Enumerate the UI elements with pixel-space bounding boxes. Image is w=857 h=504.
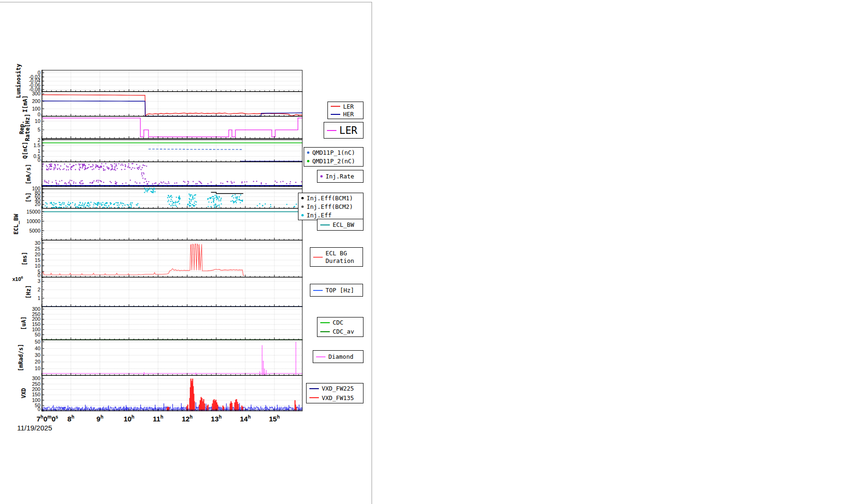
x-tick-label: 7h0m0s xyxy=(37,414,58,423)
legend-row: CDC xyxy=(318,319,362,326)
svg-text:[uA]: [uA] xyxy=(20,317,27,330)
legend-label-top: TOP [Hz] xyxy=(326,287,354,294)
date-label: 11/19/2025 xyxy=(17,424,52,432)
svg-text:2: 2 xyxy=(37,287,40,292)
svg-text:1.5: 1.5 xyxy=(33,142,40,148)
svg-text:10: 10 xyxy=(35,263,40,269)
x-tick-label: 8h xyxy=(67,414,74,423)
svg-text:[Hz]: [Hz] xyxy=(25,285,32,299)
legend-row: VXD_FW135 xyxy=(307,394,362,401)
svg-text:150: 150 xyxy=(32,392,40,397)
legend-vxd: VXD_FW225 VXD_FW135 xyxy=(306,383,363,403)
legend-label-group: ECL BG Duration xyxy=(326,250,354,264)
legend-rep-rate: LER xyxy=(324,122,363,139)
svg-text:[ms]: [ms] xyxy=(21,252,28,266)
legend-diamond: Diamond xyxy=(313,350,363,363)
panel-ecl-bw: 50001000015000ECL_BW xyxy=(13,208,302,240)
svg-text:20: 20 xyxy=(35,252,40,257)
svg-text:10000: 10000 xyxy=(27,218,40,224)
svg-text:x106: x106 xyxy=(12,275,23,282)
legend-ecl-bg: ECL BG Duration xyxy=(310,247,363,267)
svg-text:1: 1 xyxy=(37,295,40,301)
legend-label-qmd2: QMD11P_2(nC) xyxy=(312,158,355,165)
legend-top: TOP [Hz] xyxy=(310,284,363,297)
x-tick-label: 15h xyxy=(269,414,280,423)
legend-row: Inj.Rate xyxy=(318,173,362,180)
svg-text:50: 50 xyxy=(35,332,40,337)
svg-text:50: 50 xyxy=(35,402,40,408)
legend-inj-eff: Inj.Eff(BCM1) Inj.Eff(BCM2) Inj.Eff xyxy=(298,193,363,220)
panel-luminosity: 0-0.02-0.04-0.06-0.08Luminosity xyxy=(15,64,302,98)
svg-text:[mA/s]: [mA/s] xyxy=(25,164,32,184)
svg-text:25: 25 xyxy=(35,246,40,252)
svg-text:30: 30 xyxy=(35,352,40,358)
svg-text:150: 150 xyxy=(32,321,40,327)
vxd-fw225-line-swatch xyxy=(309,388,319,389)
legend-beam-current: LER HER xyxy=(327,102,363,119)
panel-diamond: 1020304050[mRad/s] xyxy=(18,339,302,375)
x-tick-label: 11h xyxy=(153,414,163,423)
svg-text:250: 250 xyxy=(32,381,40,387)
svg-text:100: 100 xyxy=(32,186,40,191)
legend-row: ECL_BW xyxy=(318,221,362,228)
legend-label-ecl-bw: ECL_BW xyxy=(333,221,354,228)
legend-row: CDC_av xyxy=(318,328,362,335)
top-line-swatch xyxy=(313,290,323,291)
svg-text:5: 5 xyxy=(37,269,40,274)
panel-charge: 00.511.52Q[nC] xyxy=(22,137,302,163)
legend-row: Inj.Eff xyxy=(299,212,362,219)
x-tick-label: 9h xyxy=(96,414,103,423)
svg-text:50: 50 xyxy=(35,339,40,345)
legend-label-ecl-bg-2: Duration xyxy=(326,257,354,265)
inj-eff-dot-swatch xyxy=(301,214,304,216)
svg-text:100: 100 xyxy=(32,106,40,112)
panel-vxd: 050100150200250300VXD xyxy=(20,375,302,412)
svg-text:200: 200 xyxy=(32,386,40,392)
svg-text:[%]: [%] xyxy=(25,192,32,203)
legend-label-her: HER xyxy=(343,111,354,118)
svg-text:10: 10 xyxy=(35,365,40,371)
qmd1-dot-swatch xyxy=(307,151,309,154)
svg-text:15: 15 xyxy=(35,257,40,263)
svg-text:0.5: 0.5 xyxy=(33,153,40,159)
svg-text:15000: 15000 xyxy=(27,209,40,215)
inj-eff-bcm1-dot-swatch xyxy=(301,197,304,199)
svg-text:VXD: VXD xyxy=(20,388,27,399)
panel-beam-current: 0100200300I[mA] xyxy=(22,91,302,117)
svg-text:1: 1 xyxy=(37,148,40,154)
legend-row: ECL BG Duration xyxy=(311,250,362,264)
legend-inj-rate: Inj.Rate xyxy=(317,170,363,183)
svg-text:ECL_BW: ECL_BW xyxy=(13,214,20,234)
panel-inj-rate: [mA/s] xyxy=(25,162,302,187)
svg-text:300: 300 xyxy=(32,306,40,312)
svg-text:200: 200 xyxy=(32,98,40,104)
legend-row: TOP [Hz] xyxy=(311,287,362,294)
legend-label-ecl-bg-1: ECL BG xyxy=(326,250,354,257)
legend-label-inj-eff-bcm2: Inj.Eff(BCM2) xyxy=(307,203,353,210)
panel-inj-eff: 20406080100[%] xyxy=(25,186,302,208)
legend-qmd: QMD11P_1(nC) QMD11P_2(nC) xyxy=(304,147,363,167)
svg-text:Rate[Hz]: Rate[Hz] xyxy=(24,114,31,141)
x-tick-label: 13h xyxy=(211,414,222,423)
panel-rep-rate: 510Rep.Rate[Hz] xyxy=(19,114,302,141)
svg-text:Luminosity: Luminosity xyxy=(15,64,22,98)
cdc-av-line-swatch xyxy=(320,331,330,332)
x-tick-label: 14h xyxy=(240,414,251,423)
legend-label-cdc: CDC xyxy=(333,319,344,326)
legend-row: QMD11P_2(nC) xyxy=(305,158,362,165)
legend-label-vxd-fw135: VXD_FW135 xyxy=(322,394,354,401)
her-line-swatch xyxy=(331,114,340,115)
svg-text:Q[nC]: Q[nC] xyxy=(22,141,28,159)
root-canvas: 0-0.02-0.04-0.06-0.08Luminosity010020030… xyxy=(0,0,857,504)
legend-label-inj-eff-bcm1: Inj.Eff(BCM1) xyxy=(307,195,353,202)
legend-label-vxd-fw225: VXD_FW225 xyxy=(322,385,354,392)
svg-text:30: 30 xyxy=(35,240,40,246)
x-tick-label: 10h xyxy=(123,414,134,423)
svg-text:300: 300 xyxy=(32,375,40,381)
svg-text:[mRad/s]: [mRad/s] xyxy=(18,344,24,372)
svg-text:250: 250 xyxy=(32,311,40,317)
legend-label-qmd1: QMD11P_1(nC) xyxy=(312,149,355,156)
ecl-bg-line-swatch xyxy=(313,257,323,258)
svg-text:0: 0 xyxy=(37,112,40,117)
svg-text:2: 2 xyxy=(37,137,40,143)
